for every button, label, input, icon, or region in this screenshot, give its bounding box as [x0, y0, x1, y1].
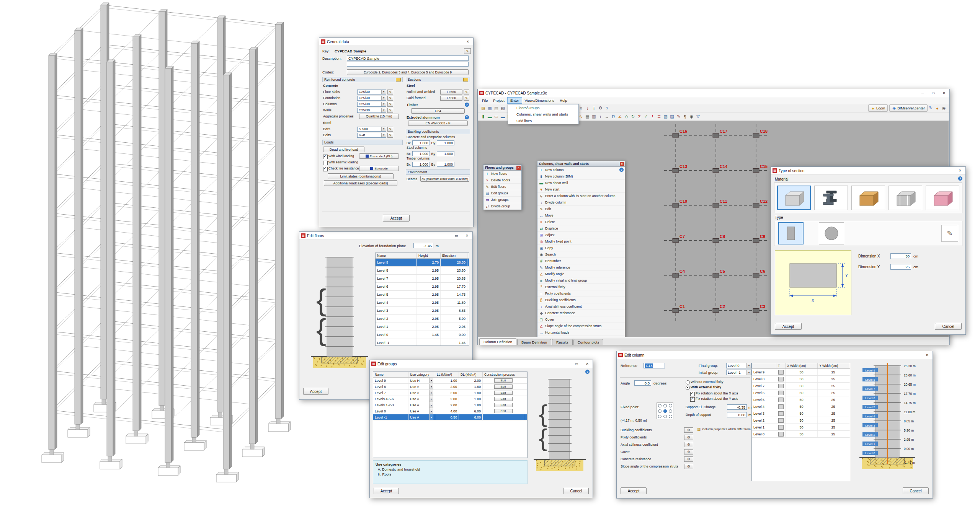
rectangular-section-button[interactable] [778, 222, 804, 244]
panel-item-modify-initial-and-final-group[interactable]: ≡Modify initial and final group [537, 277, 625, 284]
panel-item-external-fixity[interactable]: ╨External fixity [537, 284, 625, 290]
structure-3d-view[interactable] [8, 2, 306, 507]
floor-row-level-0[interactable]: Level 01.450.00 [376, 331, 469, 339]
section-type-cell[interactable] [776, 424, 786, 430]
shear-wall-tool-icon[interactable]: ▬ [487, 113, 493, 120]
section-type-cell[interactable] [776, 376, 786, 382]
level-row-level-7[interactable]: Level 75025 [752, 383, 850, 389]
beam-detailing-tool-icon[interactable]: ▧ [662, 113, 669, 120]
with-fixity-radio[interactable] [686, 386, 690, 390]
dead-load[interactable]: 1.80 [459, 390, 483, 396]
notifications-icon[interactable]: ● [934, 105, 941, 111]
panel-titlebar[interactable]: Columns, shear walls and starts ✕ [537, 161, 625, 167]
description-input[interactable]: CYPECAD Sample [347, 55, 469, 61]
minimize-icon[interactable]: ─ [918, 90, 927, 96]
dimension-tool-icon[interactable]: ↔ [604, 113, 610, 120]
dialog-titlebar[interactable]: ▦ Edit floors ▭ ✕ [299, 232, 472, 240]
x-width[interactable]: 50 [786, 396, 818, 403]
x-width[interactable]: 50 [786, 383, 818, 389]
plan-column-c5[interactable]: C5 [713, 269, 725, 277]
reports-tool-icon[interactable]: ¶ [682, 113, 688, 120]
cold-formed-edit-icon[interactable]: ✎ [464, 96, 469, 101]
x-width[interactable]: 50 [786, 431, 818, 437]
floor-row-level-3[interactable]: Level 32.958.85 [376, 307, 469, 315]
errors-tool-icon[interactable]: ! [649, 113, 656, 120]
edit-construction-button[interactable]: Edit [494, 403, 513, 407]
section-type-cell[interactable] [776, 396, 786, 403]
floor-row-level-7[interactable]: Level 72.9520.65 [376, 275, 469, 283]
print-icon[interactable]: ▤ [493, 105, 500, 111]
fixed-point-dot[interactable] [669, 415, 672, 418]
panel-item-new-floors[interactable]: +New floors [483, 171, 521, 177]
edit-key-icon[interactable]: ✎ [464, 48, 471, 54]
use-category-select[interactable]: Use A▾ [408, 384, 435, 389]
open-project-icon[interactable]: ▨ [480, 105, 487, 111]
level-row-level-1[interactable]: Level 15025 [752, 424, 850, 431]
live-load[interactable]: 0.50 [435, 414, 459, 420]
floor-row-level-9[interactable]: Level 92.7026.30 [376, 259, 469, 267]
panel-item-edit[interactable]: ✎Edit [537, 206, 625, 212]
beams-environment-button[interactable]: X0 (Maximum crack width: 0.40 mm) [420, 176, 469, 182]
fixed-point-dot[interactable] [669, 409, 672, 413]
level-row-level-6[interactable]: Level 65025 [752, 389, 850, 396]
cancel-button[interactable]: Cancel [903, 487, 929, 494]
level-row-level-0[interactable]: Level 05025 [752, 431, 850, 438]
panel-item-search[interactable]: ◉Search [537, 251, 625, 258]
panel-item-divide-column[interactable]: ↕Divide column [537, 199, 625, 206]
section-type-cell[interactable] [776, 383, 786, 389]
accept-button[interactable]: Accept [775, 323, 802, 330]
panel-item-modify-fixed-point[interactable]: ◎Modify fixed point [537, 238, 625, 245]
aluminium-button[interactable]: EN AW-5083 - F [408, 121, 468, 126]
x-width[interactable]: 50 [786, 376, 818, 382]
additional-loadcases-button[interactable]: Additional loadcases (special loads) [324, 180, 397, 186]
x-width[interactable]: 50 [786, 410, 818, 417]
panel-item-modify-angle[interactable]: ∠Modify angle [537, 271, 625, 277]
bx-input[interactable]: 1.000 [412, 151, 430, 156]
foundation-select[interactable]: C25/30▾ [357, 96, 386, 101]
wind-code-button[interactable]: Eurocode 1 (EU) [359, 153, 399, 159]
cancel-button[interactable]: Cancel [935, 323, 962, 330]
bars-select[interactable]: S-500▾ [357, 127, 386, 132]
section-type-cell[interactable] [776, 369, 786, 375]
panel-item-horizontal-loads[interactable]: →Horizontal loads [537, 329, 625, 336]
level-row-level-3[interactable]: Level 35025 [752, 410, 850, 417]
foundation-elevation-input[interactable]: -1.45 [413, 243, 433, 248]
group-row-level-1[interactable]: Level -1Use A▾0.506.00 [373, 414, 527, 420]
initial-group-select[interactable]: Level -1▾ [726, 370, 751, 375]
bolts-select[interactable]: A-4t▾ [357, 133, 386, 138]
plan-column-c12[interactable]: C12 [753, 199, 768, 207]
dead-load[interactable]: 1.80 [459, 402, 483, 408]
panel-item-divide-group[interactable]: ⇄Divide group [483, 203, 521, 210]
save-project-icon[interactable]: ▦ [487, 105, 493, 111]
material-concrete-button[interactable] [777, 186, 811, 210]
text-style-icon[interactable]: T [591, 105, 597, 111]
plan-column-c18[interactable]: C18 [753, 129, 768, 137]
material-steel-button[interactable] [814, 186, 848, 210]
panel-item-new-shear-wall[interactable]: ▬New shear wall [537, 180, 625, 186]
floor-row-level-5[interactable]: Level 52.9514.75 [376, 291, 469, 299]
live-load[interactable]: 2.00 [435, 402, 459, 408]
dialog-titlebar[interactable]: ▦ General data ✕ [319, 38, 473, 46]
use-category-select[interactable]: Use H▾ [408, 378, 435, 383]
plan-column-c1[interactable]: C1 [673, 304, 685, 313]
dead-load[interactable]: 1.80 [459, 396, 483, 402]
y-width[interactable]: 25 [818, 431, 849, 437]
grid-lines-tool-icon[interactable]: + [597, 113, 604, 120]
x-width[interactable]: 50 [786, 389, 818, 396]
panel-item-enter-a-column-with-its-start-on-another-column[interactable]: ↳Enter a column with its start on anothe… [537, 193, 625, 199]
fixed-point-dot-selected[interactable] [663, 409, 667, 413]
panel-item-axial-stiffness-coefficient[interactable]: ↕Axial stiffness coefficient [537, 303, 625, 310]
menu-views-dimensions[interactable]: Views/Dimensions [522, 98, 557, 104]
y-width[interactable]: 25 [818, 424, 849, 430]
tab-contour-plots[interactable]: Contour plots [573, 339, 604, 345]
depth-of-support-input[interactable]: 0.00 [727, 412, 747, 417]
bolts-edit-icon[interactable]: ✎ [387, 133, 393, 138]
wind-loading-checkbox[interactable] [323, 155, 328, 159]
bx-input[interactable]: 1.000 [412, 162, 430, 167]
folder-icon[interactable] [463, 78, 468, 81]
edit-section-button[interactable]: ✎ [941, 225, 958, 242]
live-load[interactable]: 1.00 [435, 378, 459, 383]
plan-column-c3[interactable]: C3 [753, 304, 765, 313]
rolled-and-welded-edit-icon[interactable]: ✎ [464, 90, 469, 94]
use-category-select[interactable]: Use A▾ [408, 402, 435, 408]
